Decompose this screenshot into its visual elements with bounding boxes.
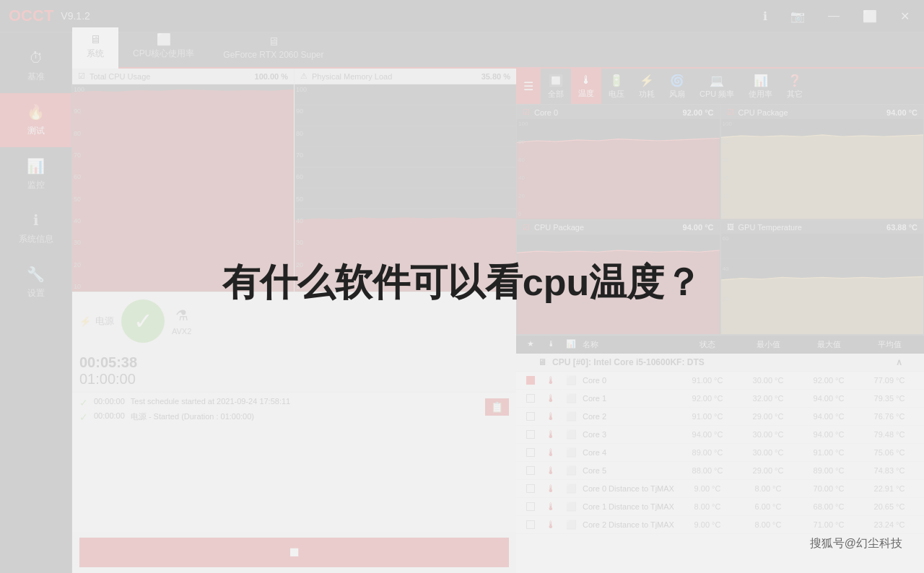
overlay-title: 有什么软件可以看cpu温度？	[222, 258, 702, 308]
overlay: 有什么软件可以看cpu温度？ 搜狐号@幻尘科技	[0, 0, 924, 573]
overlay-subtitle: 搜狐号@幻尘科技	[810, 536, 902, 551]
